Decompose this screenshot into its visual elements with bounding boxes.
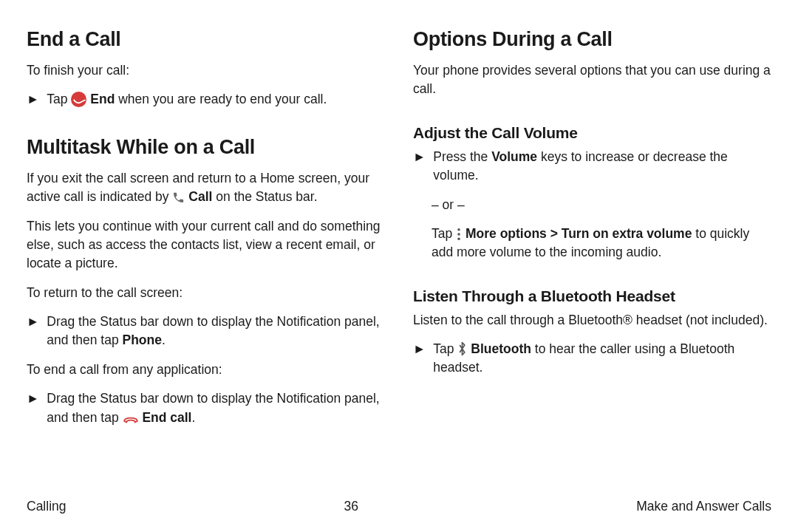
bullet-marker: ► [413,340,426,378]
end-any-step: ► Drag the Status bar down to display th… [27,389,385,427]
heading-bluetooth: Listen Through a Bluetooth Headset [413,287,771,305]
svg-point-2 [457,237,460,240]
end-call-step: ► Tap End when you are ready to end your… [27,90,385,109]
more-options-icon [456,228,462,241]
bluetooth-para: Listen to the call through a Bluetooth® … [413,311,771,330]
end-call-outline-icon [123,413,139,425]
bluetooth-icon [457,341,467,356]
volume-more-text: Tap More options > Turn on extra volume … [432,225,771,262]
end-call-icon [71,92,86,107]
or-separator: – or – [413,196,771,214]
page-footer: Calling 36 Make and Answer Calls [27,499,771,514]
bullet-marker: ► [27,90,39,109]
bluetooth-step: ► Tap Bluetooth to hear the caller using… [413,340,771,378]
bullet-marker: ► [27,389,39,427]
svg-point-1 [457,233,460,236]
return-label: To return to the call screen: [27,284,385,302]
return-step: ► Drag the Status bar down to display th… [27,313,385,350]
end-any-step-text: Drag the Status bar down to display the … [47,389,385,427]
options-para: Your phone provides several options that… [413,61,771,99]
right-column: Options During a Call Your phone provide… [413,28,771,480]
footer-right: Make and Answer Calls [636,499,771,514]
bullet-marker: ► [27,313,39,350]
heading-end-a-call: End a Call [27,28,385,51]
phone-icon [172,191,185,204]
end-any-label: To end a call from any application: [27,361,385,379]
bullet-marker: ► [413,148,426,185]
end-call-intro: To finish your call: [27,61,385,80]
volume-more-step: Tap More options > Turn on extra volume … [413,225,771,262]
heading-options: Options During a Call [413,28,771,51]
volume-step: ► Press the Volume keys to increase or d… [413,148,771,185]
heading-volume: Adjust the Call Volume [413,124,771,142]
svg-point-0 [457,228,460,231]
volume-step-text: Press the Volume keys to increase or dec… [433,148,771,185]
multitask-para-1: If you exit the call screen and return t… [27,169,385,207]
return-step-text: Drag the Status bar down to display the … [47,313,385,350]
multitask-para-2: This lets you continue with your current… [27,217,385,273]
heading-multitask: Multitask While on a Call [27,136,385,159]
footer-page-number: 36 [344,499,358,514]
end-call-step-text: Tap End when you are ready to end your c… [47,90,385,109]
bluetooth-step-text: Tap Bluetooth to hear the caller using a… [433,340,771,378]
left-column: End a Call To finish your call: ► Tap En… [27,28,385,480]
footer-left: Calling [27,499,66,514]
